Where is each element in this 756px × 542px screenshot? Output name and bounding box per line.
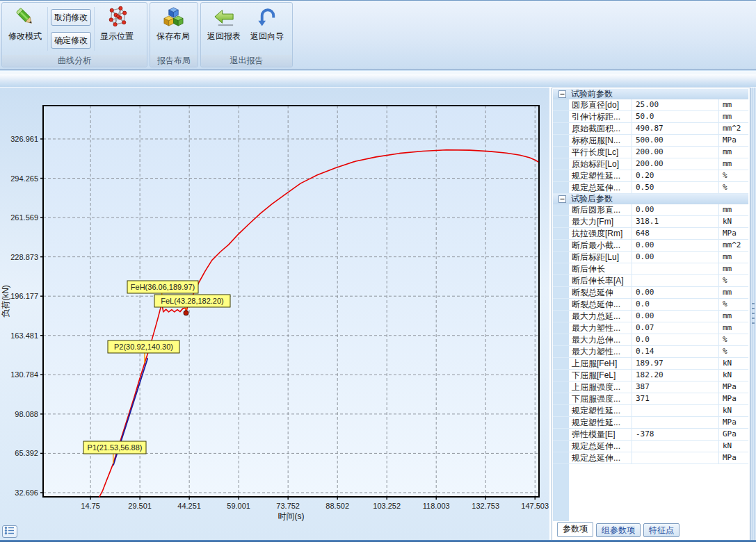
param-row[interactable]: 原始标距[Lo]200.00mm: [553, 158, 748, 170]
return-wizard-button[interactable]: 返回向导: [246, 3, 289, 54]
param-unit: kN: [719, 405, 748, 416]
return-report-button[interactable]: 返回报表: [202, 3, 246, 54]
ribbon-group-exit-report: 返回报表 返回向导 退出报告: [200, 2, 293, 67]
param-value: 0.00: [632, 252, 719, 263]
x-tick-label: 147.503: [521, 502, 549, 510]
ribbon-group-report-layout: 保存布局 报告布局: [150, 2, 198, 67]
pencil-icon: [14, 6, 37, 28]
param-row[interactable]: 断后最小截...0.00mm^2: [553, 240, 748, 252]
param-row[interactable]: 弹性模量[E]-378GPa: [553, 429, 748, 441]
param-row[interactable]: 标称屈服[N...500.00MPa: [553, 135, 748, 147]
param-row[interactable]: 断后圆形直...0.00mm: [553, 204, 748, 216]
param-row[interactable]: 断裂总延伸...0.0%: [553, 299, 748, 311]
param-label: 原始截面积...: [570, 123, 632, 134]
param-row[interactable]: 最大力总伸...0.0%: [553, 334, 748, 346]
param-gutter: [553, 135, 570, 146]
param-value: 371: [632, 393, 719, 404]
param-value: 0.07: [632, 322, 719, 334]
param-row[interactable]: 规定塑性延...kN: [553, 405, 748, 417]
modify-mode-label: 修改模式: [8, 31, 42, 42]
param-label: 断后伸长: [570, 263, 632, 274]
param-gutter: [553, 429, 570, 440]
param-row[interactable]: 圆形直径[do]25.00mm: [553, 99, 748, 111]
save-layout-label: 保存布局: [156, 31, 190, 42]
param-label: 原始标距[Lo]: [570, 158, 632, 170]
param-gutter: [553, 452, 570, 463]
save-layout-button[interactable]: 保存布局: [152, 3, 195, 54]
ribbon-toolbar: 修改模式 取消修改 确定修改: [0, 1, 756, 70]
x-tick-label: 29.501: [128, 502, 152, 510]
lattice-icon: [106, 6, 129, 28]
param-label: 上屈服强度...: [570, 381, 632, 393]
param-gutter: [553, 322, 570, 334]
param-row[interactable]: 引伸计标距...50.0mm: [553, 111, 748, 123]
right-splitter[interactable]: [750, 88, 756, 540]
tab-parameter-items[interactable]: 参数项: [557, 522, 593, 537]
param-unit: %: [719, 170, 748, 181]
show-position-button[interactable]: 显示位置: [95, 3, 138, 54]
param-row[interactable]: 最大力总延...0.00mm: [553, 311, 748, 322]
param-label: 规定塑性延...: [570, 170, 632, 181]
param-row[interactable]: 最大力塑性...0.14%: [553, 346, 748, 358]
collapse-minus-icon[interactable]: [558, 90, 566, 98]
edit-button-stack: 取消修改 确定修改: [49, 3, 93, 54]
param-row[interactable]: 抗拉强度[Rm]648MPa: [553, 228, 748, 240]
collapse-minus-icon[interactable]: [558, 195, 566, 203]
param-row[interactable]: 规定总延伸...kN: [553, 441, 748, 452]
x-tick-label: 14.75: [81, 502, 100, 510]
section-header[interactable]: 试验后参数: [553, 194, 748, 204]
param-unit: mm: [719, 252, 748, 263]
param-unit: GPa: [719, 429, 748, 440]
param-row[interactable]: 断后伸长率[A]%: [553, 275, 748, 287]
panel-list-toggle-button[interactable]: [2, 525, 17, 538]
param-unit: %: [719, 299, 748, 310]
param-row[interactable]: 断后伸长mm: [553, 263, 748, 275]
modify-mode-button[interactable]: 修改模式: [3, 3, 47, 54]
y-axis-title: 负荷(kN): [1, 285, 10, 318]
param-row[interactable]: 规定塑性延...MPa: [553, 417, 748, 429]
tab-group-parameter-items[interactable]: 组参数项: [596, 523, 641, 537]
splitter-grip: [752, 303, 755, 327]
section-header[interactable]: 试验前参数: [553, 89, 748, 99]
param-label: 下屈服[FeL]: [570, 370, 632, 381]
param-row[interactable]: 规定塑性延...0.20%: [553, 170, 748, 182]
y-tick-label: 326.961: [10, 135, 38, 143]
param-label: 上屈服[FeH]: [570, 358, 632, 369]
param-unit: MPa: [719, 393, 748, 404]
param-row[interactable]: 下屈服[FeL]182.20kN: [553, 370, 748, 381]
param-gutter: [553, 99, 570, 110]
confirm-modify-button[interactable]: 确定修改: [51, 32, 91, 49]
param-label: 规定塑性延...: [570, 417, 632, 428]
param-row[interactable]: 断后标距[Lu]0.00mm: [553, 252, 748, 263]
tab-feature-points[interactable]: 特征点: [643, 523, 679, 537]
param-row[interactable]: 原始截面积...490.87mm^2: [553, 123, 748, 135]
param-unit: MPa: [719, 417, 748, 428]
param-label: 断后伸长率[A]: [570, 275, 632, 286]
param-row[interactable]: 最大力塑性...0.07mm: [553, 322, 748, 334]
param-gutter: [553, 240, 570, 251]
param-gutter: [553, 216, 570, 227]
param-unit: kN: [719, 370, 748, 381]
param-value: [632, 405, 719, 416]
param-row[interactable]: 规定总延伸...MPa: [553, 452, 748, 464]
param-label: 标称屈服[N...: [570, 135, 632, 146]
x-tick-label: 118.003: [423, 502, 450, 510]
param-unit: mm: [719, 311, 748, 322]
param-row[interactable]: 上屈服强度...387MPa: [553, 381, 748, 393]
param-label: 引伸计标距...: [570, 111, 632, 122]
param-row[interactable]: 平行长度[Lc]200.00mm: [553, 147, 748, 158]
param-row[interactable]: 上屈服[FeH]189.97kN: [553, 358, 748, 370]
param-unit: mm: [719, 263, 748, 274]
cancel-modify-button[interactable]: 取消修改: [51, 9, 91, 26]
param-gutter: [553, 393, 570, 404]
list-icon: [4, 526, 15, 535]
param-row[interactable]: 规定总延伸...0.50%: [553, 182, 748, 194]
group-label-report-layout: 报告布局: [150, 55, 198, 67]
param-value: [632, 263, 719, 274]
param-row[interactable]: 最大力[Fm]318.1kN: [553, 216, 748, 228]
param-row[interactable]: 断裂总延伸0.00mm: [553, 287, 748, 299]
param-value: 318.1: [632, 216, 719, 227]
param-label: 断后标距[Lu]: [570, 252, 632, 263]
param-row[interactable]: 下屈服强度...371MPa: [553, 393, 748, 405]
param-gutter: [553, 334, 570, 345]
